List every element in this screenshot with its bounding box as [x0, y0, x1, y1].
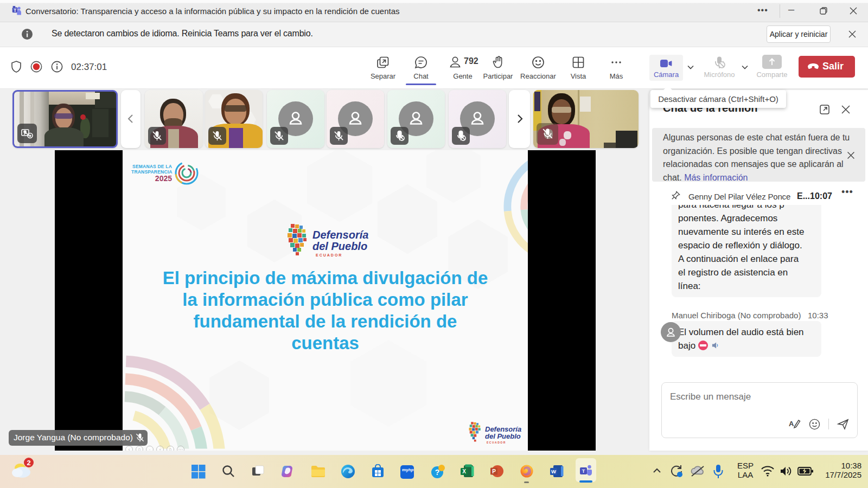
svg-text:X: X — [462, 468, 466, 474]
svg-text:T: T — [14, 8, 17, 13]
svg-text:P: P — [492, 468, 496, 474]
svg-text:2: 2 — [27, 459, 30, 467]
svg-text:T: T — [582, 468, 585, 474]
svg-text:W: W — [551, 468, 556, 474]
svg-text:A: A — [789, 420, 794, 428]
